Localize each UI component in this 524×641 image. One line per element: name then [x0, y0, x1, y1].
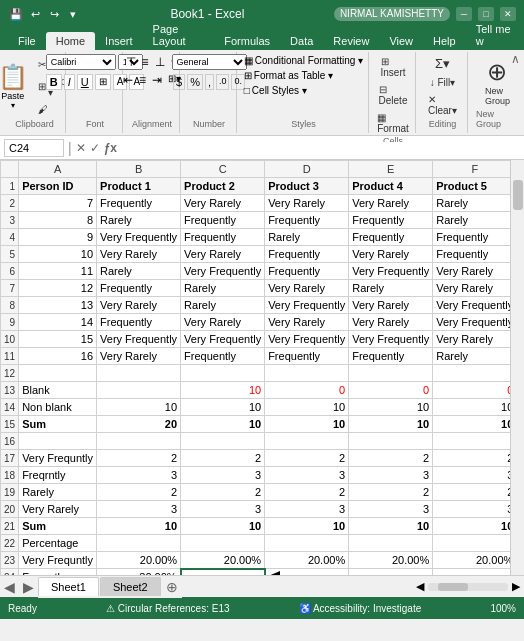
cell-B8[interactable]: Very Rarely	[97, 297, 181, 314]
cell-D19[interactable]: 2	[265, 484, 349, 501]
cell-F3[interactable]: Rarely	[433, 212, 510, 229]
row-number-3[interactable]: 3	[1, 212, 19, 229]
row-number-18[interactable]: 18	[1, 467, 19, 484]
row-number-10[interactable]: 10	[1, 331, 19, 348]
cell-E4[interactable]: Frequently	[349, 229, 433, 246]
cell-B23[interactable]: 20.00%	[97, 552, 181, 569]
cell-D20[interactable]: 3	[265, 501, 349, 518]
cell-C4[interactable]: Frequently	[181, 229, 265, 246]
vertical-scrollbar[interactable]	[510, 160, 524, 575]
cell-E22[interactable]	[349, 535, 433, 552]
col-header-e[interactable]: E	[349, 161, 433, 178]
row-number-9[interactable]: 9	[1, 314, 19, 331]
insert-cells-button[interactable]: ⊞Insert	[377, 54, 410, 80]
cell-C9[interactable]: Very Rarely	[181, 314, 265, 331]
row-number-19[interactable]: 19	[1, 484, 19, 501]
cell-F23[interactable]: 20.00%	[433, 552, 510, 569]
cell-D1[interactable]: Product 3	[265, 178, 349, 195]
cell-E11[interactable]: Frequently	[349, 348, 433, 365]
minimize-button[interactable]: ─	[456, 7, 472, 21]
tab-formulas[interactable]: Formulas	[214, 32, 280, 50]
border-button[interactable]: ⊞	[95, 74, 111, 90]
cell-A1[interactable]: Person ID	[19, 178, 97, 195]
tab-page-layout[interactable]: Page Layout	[143, 20, 215, 50]
row-number-8[interactable]: 8	[1, 297, 19, 314]
sheet-tab-sheet1[interactable]: Sheet1	[38, 577, 99, 596]
cell-C20[interactable]: 3	[181, 501, 265, 518]
bold-button[interactable]: B	[46, 74, 62, 90]
cell-C23[interactable]: 20.00%	[181, 552, 265, 569]
tab-help[interactable]: Help	[423, 32, 466, 50]
cell-C1[interactable]: Product 2	[181, 178, 265, 195]
cell-B22[interactable]	[97, 535, 181, 552]
cell-E23[interactable]: 20.00%	[349, 552, 433, 569]
cell-F6[interactable]: Very Rarely	[433, 263, 510, 280]
paste-dropdown[interactable]: ▾	[11, 101, 15, 110]
row-number-1[interactable]: 1	[1, 178, 19, 195]
cell-D3[interactable]: Frequently	[265, 212, 349, 229]
cell-C22[interactable]	[181, 535, 265, 552]
tab-review[interactable]: Review	[323, 32, 379, 50]
h-scrollbar-track[interactable]	[428, 583, 508, 591]
align-middle-button[interactable]: ≡	[140, 54, 151, 70]
cell-B17[interactable]: 2	[97, 450, 181, 467]
col-header-a[interactable]: A	[19, 161, 97, 178]
font-family-select[interactable]: Calibri	[46, 54, 116, 70]
cell-A12[interactable]	[19, 365, 97, 382]
cell-B7[interactable]: Frequently	[97, 280, 181, 297]
cell-C16[interactable]	[181, 433, 265, 450]
col-header-c[interactable]: C	[181, 161, 265, 178]
percent-button[interactable]: %	[187, 74, 203, 90]
cell-B9[interactable]: Frequently	[97, 314, 181, 331]
cell-D21[interactable]: 10	[265, 518, 349, 535]
cell-F17[interactable]: 2	[433, 450, 510, 467]
add-sheet-button[interactable]: ⊕	[162, 577, 182, 596]
cell-C17[interactable]: 2	[181, 450, 265, 467]
maximize-button[interactable]: □	[478, 7, 494, 21]
row-number-5[interactable]: 5	[1, 246, 19, 263]
sheet-tab-sheet2[interactable]: Sheet2	[100, 577, 161, 596]
cell-A16[interactable]	[19, 433, 97, 450]
cell-C10[interactable]: Very Frequently	[181, 331, 265, 348]
cell-E10[interactable]: Very Frequently	[349, 331, 433, 348]
cell-B5[interactable]: Very Rarely	[97, 246, 181, 263]
tab-file[interactable]: File	[8, 32, 46, 50]
cell-D13[interactable]: 0	[265, 382, 349, 399]
row-number-15[interactable]: 15	[1, 416, 19, 433]
cell-D10[interactable]: Very Frequently	[265, 331, 349, 348]
save-button[interactable]: 💾	[8, 6, 24, 22]
cell-B6[interactable]: Rarely	[97, 263, 181, 280]
cell-C6[interactable]: Very Frequently	[181, 263, 265, 280]
cell-E7[interactable]: Rarely	[349, 280, 433, 297]
cell-A20[interactable]: Very Rarely	[19, 501, 97, 518]
cell-A17[interactable]: Very Frequntly	[19, 450, 97, 467]
name-box[interactable]	[4, 139, 64, 157]
cell-A18[interactable]: Freqrntly	[19, 467, 97, 484]
cell-F9[interactable]: Very Frequently	[433, 314, 510, 331]
cell-F11[interactable]: Rarely	[433, 348, 510, 365]
cell-B4[interactable]: Very Frequently	[97, 229, 181, 246]
tab-home[interactable]: Home	[46, 32, 95, 50]
cell-E20[interactable]: 3	[349, 501, 433, 518]
cell-B10[interactable]: Very Frequently	[97, 331, 181, 348]
cell-B16[interactable]	[97, 433, 181, 450]
cell-E13[interactable]: 0	[349, 382, 433, 399]
italic-button[interactable]: I	[64, 74, 75, 90]
cell-C24[interactable]	[181, 569, 265, 576]
cell-E8[interactable]: Very Rarely	[349, 297, 433, 314]
cell-B15[interactable]: 20	[97, 416, 181, 433]
cell-A22[interactable]: Percentage	[19, 535, 97, 552]
row-number-2[interactable]: 2	[1, 195, 19, 212]
cell-E12[interactable]	[349, 365, 433, 382]
delete-cells-button[interactable]: ⊟Delete	[375, 82, 412, 108]
cell-C5[interactable]: Very Rarely	[181, 246, 265, 263]
v-scroll-thumb[interactable]	[513, 180, 523, 210]
cell-E2[interactable]: Very Rarely	[349, 195, 433, 212]
cell-E17[interactable]: 2	[349, 450, 433, 467]
cell-B2[interactable]: Frequently	[97, 195, 181, 212]
tab-insert[interactable]: Insert	[95, 32, 143, 50]
cell-A10[interactable]: 15	[19, 331, 97, 348]
cell-E21[interactable]: 10	[349, 518, 433, 535]
cell-A19[interactable]: Rarely	[19, 484, 97, 501]
tab-data[interactable]: Data	[280, 32, 323, 50]
